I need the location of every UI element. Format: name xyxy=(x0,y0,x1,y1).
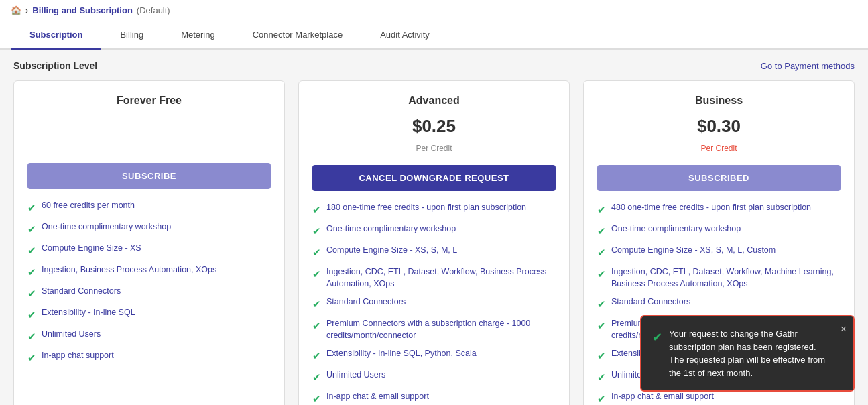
check-icon: ✔ xyxy=(312,224,321,238)
feature-text: Ingestion, CDC, ETL, Dataset, Workflow, … xyxy=(326,266,556,290)
plan-price-label: Per Credit xyxy=(312,143,556,153)
feature-item: ✔ Extensibility - In-line SQL, Python, S… xyxy=(312,348,556,363)
feature-item: ✔ In-app chat & email support xyxy=(312,391,556,405)
plan-price: $0.25 xyxy=(312,116,556,137)
check-icon: ✔ xyxy=(27,286,36,300)
plan-card-forever-free: Forever Free SUBSCRIBE ✔ 60 free credits… xyxy=(13,80,285,405)
feature-text: 60 free credits per month xyxy=(42,200,135,212)
plan-price: $0.30 xyxy=(597,116,841,137)
feature-text: Compute Engine Size - XS, S, M, L xyxy=(326,245,457,257)
toast-close-button[interactable]: × xyxy=(841,323,847,335)
feature-text: In-app chat support xyxy=(42,350,114,362)
breadcrumb-separator: › xyxy=(25,5,28,15)
plan-button-advanced[interactable]: CANCEL DOWNGRADE REQUEST xyxy=(312,165,556,191)
check-icon: ✔ xyxy=(597,392,606,405)
tabs-bar: Subscription Billing Metering Connector … xyxy=(0,21,868,50)
check-icon: ✔ xyxy=(597,349,606,363)
check-icon: ✔ xyxy=(597,245,606,259)
check-icon: ✔ xyxy=(312,370,321,384)
plan-button-business: SUBSCRIBED xyxy=(597,165,841,191)
feature-item: ✔ Unlimited Users xyxy=(27,329,271,343)
feature-item: ✔ Ingestion, Business Process Automation… xyxy=(27,264,271,279)
toast-check-icon: ✔ xyxy=(652,329,662,347)
feature-item: ✔ Unlimited Users xyxy=(312,369,556,384)
plan-card-advanced: Advanced $0.25 Per Credit CANCEL DOWNGRA… xyxy=(298,80,570,405)
check-icon: ✔ xyxy=(27,329,36,343)
check-icon: ✔ xyxy=(312,319,321,333)
feature-text: Ingestion, CDC, ETL, Dataset, Workflow, … xyxy=(611,266,841,290)
check-icon: ✔ xyxy=(27,222,36,236)
feature-item: ✔ Premium Connectors with a subscription… xyxy=(312,318,556,341)
feature-item: ✔ In-app chat support xyxy=(27,350,271,365)
feature-item: ✔ Compute Engine Size - XS, S, M, L, Cus… xyxy=(597,245,841,259)
feature-text: One-time complimentary workshop xyxy=(326,223,456,235)
feature-item: ✔ 60 free credits per month xyxy=(27,200,271,215)
feature-item: ✔ Standard Connectors xyxy=(312,296,556,311)
check-icon: ✔ xyxy=(312,349,321,363)
plan-price-label: Per Credit xyxy=(597,143,841,153)
check-icon: ✔ xyxy=(312,202,321,217)
feature-text: Compute Engine Size - XS, S, M, L, Custo… xyxy=(611,245,776,257)
plan-button-forever-free[interactable]: SUBSCRIBE xyxy=(27,163,271,189)
toast-notification: ✔ Your request to change the Gathr subsc… xyxy=(640,315,855,392)
feature-text: Standard Connectors xyxy=(42,286,121,298)
feature-item: ✔ Ingestion, CDC, ETL, Dataset, Workflow… xyxy=(312,266,556,290)
check-icon: ✔ xyxy=(597,224,606,238)
top-bar: 🏠 › Billing and Subscription (Default) xyxy=(0,0,868,21)
breadcrumb-subtitle: (Default) xyxy=(137,5,170,15)
home-icon[interactable]: 🏠 xyxy=(11,5,21,15)
feature-text: Unlimited Users xyxy=(42,329,101,341)
feature-text: Premium Connectors with a subscription c… xyxy=(326,318,556,341)
feature-text: In-app chat & email support xyxy=(611,391,714,403)
feature-item: ✔ 180 one-time free credits - upon first… xyxy=(312,202,556,217)
breadcrumb-title: Billing and Subscription xyxy=(32,5,133,15)
check-icon: ✔ xyxy=(27,308,36,322)
section-title: Subscription Level xyxy=(13,60,97,71)
feature-text: Ingestion, Business Process Automation, … xyxy=(42,264,216,276)
feature-text: In-app chat & email support xyxy=(326,391,429,403)
feature-list: ✔ 180 one-time free credits - upon first… xyxy=(312,202,556,405)
feature-item: ✔ Compute Engine Size - XS xyxy=(27,243,271,257)
toast-message: Your request to change the Gathr subscri… xyxy=(669,327,826,380)
tab-connector-marketplace[interactable]: Connector Marketplace xyxy=(234,21,361,50)
check-icon: ✔ xyxy=(27,243,36,257)
section-header: Subscription Level Go to Payment methods xyxy=(13,60,855,71)
tab-audit-activity[interactable]: Audit Activity xyxy=(361,21,448,50)
plan-name: Advanced xyxy=(312,95,556,107)
feature-item: ✔ In-app chat & email support xyxy=(597,391,841,405)
feature-item: ✔ 480 one-time free credits - upon first… xyxy=(597,202,841,217)
feature-item: ✔ Extensibility - In-line SQL xyxy=(27,307,271,322)
tab-billing[interactable]: Billing xyxy=(101,21,162,50)
check-icon: ✔ xyxy=(27,200,36,215)
check-icon: ✔ xyxy=(312,245,321,259)
tab-metering[interactable]: Metering xyxy=(162,21,234,50)
feature-text: Extensibility - In-line SQL, Python, Sca… xyxy=(326,348,477,360)
feature-text: One-time complimentary workshop xyxy=(611,223,741,235)
feature-item: ✔ Standard Connectors xyxy=(597,296,841,311)
check-icon: ✔ xyxy=(597,202,606,217)
plan-name: Business xyxy=(597,95,841,107)
feature-text: Extensibility - In-line SQL xyxy=(42,307,135,319)
feature-item: ✔ One-time complimentary workshop xyxy=(27,221,271,236)
feature-text: Compute Engine Size - XS xyxy=(42,243,141,255)
feature-text: Unlimited Users xyxy=(326,369,385,382)
plan-name: Forever Free xyxy=(27,95,271,107)
tab-subscription[interactable]: Subscription xyxy=(11,21,101,50)
check-icon: ✔ xyxy=(27,351,36,365)
feature-list: ✔ 60 free credits per month ✔ One-time c… xyxy=(27,200,271,365)
feature-text: One-time complimentary workshop xyxy=(42,221,171,233)
check-icon: ✔ xyxy=(312,297,321,311)
feature-item: ✔ One-time complimentary workshop xyxy=(312,223,556,238)
check-icon: ✔ xyxy=(312,267,321,281)
feature-text: Standard Connectors xyxy=(326,296,406,308)
check-icon: ✔ xyxy=(597,297,606,311)
check-icon: ✔ xyxy=(27,265,36,279)
payment-methods-link[interactable]: Go to Payment methods xyxy=(761,61,855,71)
feature-item: ✔ Standard Connectors xyxy=(27,286,271,300)
check-icon: ✔ xyxy=(312,392,321,405)
check-icon: ✔ xyxy=(597,319,606,333)
feature-item: ✔ Ingestion, CDC, ETL, Dataset, Workflow… xyxy=(597,266,841,290)
check-icon: ✔ xyxy=(597,267,606,281)
check-icon: ✔ xyxy=(597,370,606,384)
feature-text: Standard Connectors xyxy=(611,296,690,308)
